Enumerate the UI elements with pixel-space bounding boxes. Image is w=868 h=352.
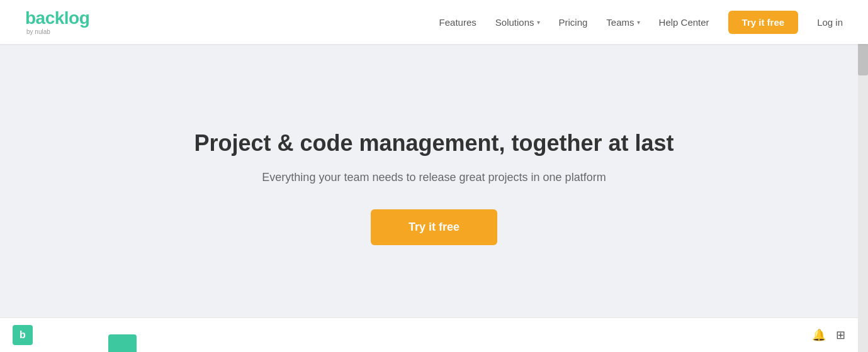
hero-section: Project & code management, together at l… [0, 44, 868, 317]
grid-icon[interactable]: ⊞ [836, 328, 845, 342]
chevron-down-icon: ▾ [537, 19, 540, 26]
login-link[interactable]: Log in [817, 17, 843, 28]
app-bar-right: 🔔 ⊞ [812, 328, 845, 342]
try-it-free-nav-button[interactable]: Try it free [728, 11, 799, 34]
nav-helpcenter[interactable]: Help Center [659, 17, 709, 28]
green-tab-indicator [108, 334, 137, 352]
nav-links: Features Solutions ▾ Pricing Teams ▾ Hel… [439, 11, 843, 34]
logo-text: backlog [25, 8, 89, 28]
nav-solutions[interactable]: Solutions ▾ [495, 17, 540, 28]
app-icon[interactable]: b [13, 325, 33, 345]
chevron-down-icon-teams: ▾ [637, 19, 640, 26]
nav-pricing[interactable]: Pricing [559, 17, 588, 28]
logo[interactable]: backlog by nulab [25, 9, 89, 35]
nav-features[interactable]: Features [439, 17, 476, 28]
nav-teams[interactable]: Teams ▾ [606, 17, 640, 28]
app-bar-left: b [13, 325, 33, 345]
try-it-free-hero-button[interactable]: Try it free [371, 209, 497, 245]
hero-title: Project & code management, together at l… [194, 129, 674, 158]
bell-icon[interactable]: 🔔 [812, 328, 826, 342]
hero-subtitle: Everything your team needs to release gr… [262, 171, 606, 184]
navbar: backlog by nulab Features Solutions ▾ Pr… [0, 0, 868, 44]
logo-sub: by nulab [26, 28, 89, 35]
scrollbar[interactable] [858, 0, 868, 352]
